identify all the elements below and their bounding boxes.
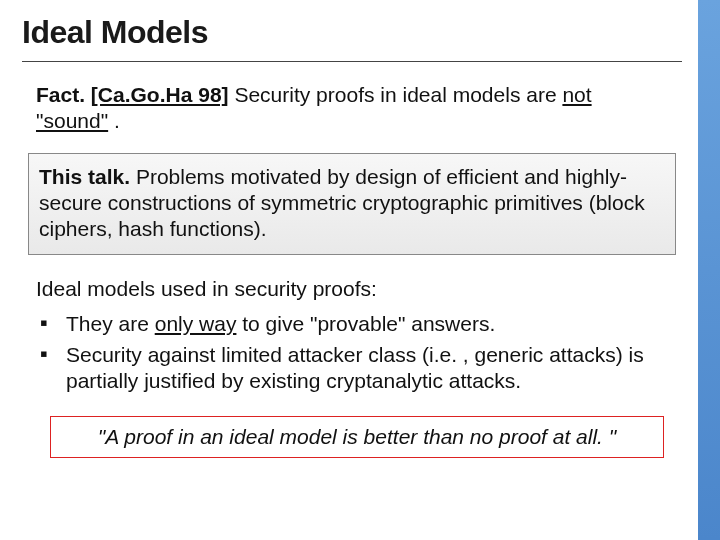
list-item: Security against limited attacker class … bbox=[36, 342, 668, 395]
fact-sound: "sound" bbox=[36, 109, 108, 132]
accent-band bbox=[698, 0, 720, 540]
quote-text: "A proof in an ideal model is better tha… bbox=[98, 425, 616, 448]
list-item: They are only way to give "provable" ans… bbox=[36, 311, 668, 337]
bullet-underline: only way bbox=[155, 312, 237, 335]
bullet-pre: They are bbox=[66, 312, 155, 335]
fact-paragraph: Fact. [Ca.Go.Ha 98] Security proofs in i… bbox=[22, 82, 682, 153]
bullet-list: They are only way to give "provable" ans… bbox=[22, 311, 682, 394]
fact-text-1: Security proofs in ideal models are bbox=[234, 83, 562, 106]
fact-not: not bbox=[562, 83, 591, 106]
talk-box: This talk. Problems motivated by design … bbox=[28, 153, 676, 256]
bullet-pre: Security against limited attacker class … bbox=[66, 343, 644, 392]
fact-text-3: . bbox=[114, 109, 120, 132]
talk-label: This talk. bbox=[39, 165, 130, 188]
page-title: Ideal Models bbox=[22, 10, 682, 62]
talk-body: Problems motivated by design of efficien… bbox=[39, 165, 645, 241]
slide: Ideal Models Fact. [Ca.Go.Ha 98] Securit… bbox=[0, 0, 720, 540]
fact-cite: [Ca.Go.Ha 98] bbox=[91, 83, 229, 106]
lead-text: Ideal models used in security proofs: bbox=[22, 277, 682, 311]
quote-box: "A proof in an ideal model is better tha… bbox=[50, 416, 664, 458]
fact-label: Fact. bbox=[36, 83, 85, 106]
content-area: Ideal Models Fact. [Ca.Go.Ha 98] Securit… bbox=[22, 10, 682, 458]
bullet-post: to give "provable" answers. bbox=[236, 312, 495, 335]
